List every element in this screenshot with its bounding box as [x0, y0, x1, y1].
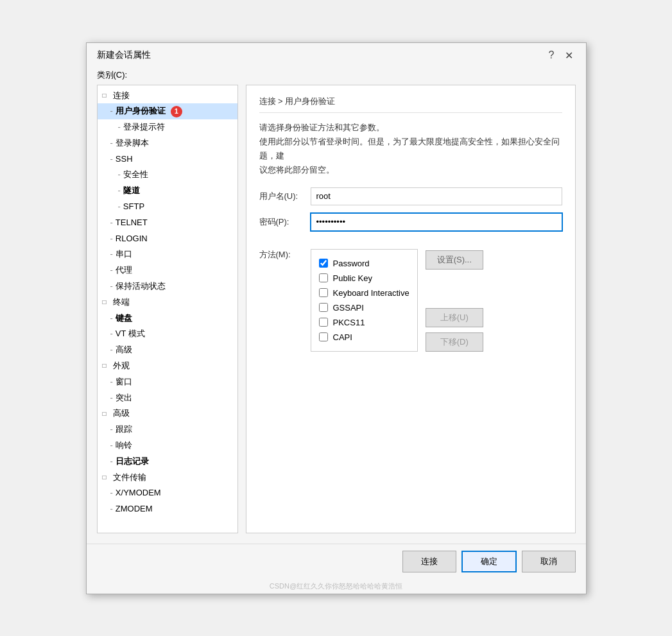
tree-dash: - — [110, 439, 113, 452]
method-item[interactable]: Public Key — [319, 271, 409, 286]
tree-dash: - — [118, 184, 121, 198]
tree-item-label: 保持活动状态 — [116, 280, 166, 293]
move-down-button[interactable]: 下移(D) — [426, 332, 483, 352]
tree-item[interactable]: □文件传输 — [98, 470, 237, 486]
expand-icon[interactable]: □ — [103, 472, 110, 483]
method-checkbox[interactable] — [319, 332, 328, 341]
method-checkbox[interactable] — [319, 318, 328, 327]
tree-item[interactable]: - VT 模式 — [98, 326, 237, 342]
tree-item[interactable]: - 登录提示符 — [98, 119, 237, 135]
desc-line2: 使用此部分以节省登录时间。但是，为了最大限度地提高安全性，如果担心安全问题，建 — [259, 135, 562, 163]
tree-item-label: 登录脚本 — [116, 137, 149, 150]
move-up-button[interactable]: 上移(U) — [426, 308, 483, 327]
method-item-label: Password — [333, 259, 370, 268]
tree-dash: - — [110, 248, 113, 261]
password-row: 密码(P): — [259, 213, 562, 231]
tree-item[interactable]: - TELNET — [98, 215, 237, 231]
tree-item[interactable]: - 跟踪 — [98, 422, 237, 438]
connect-button[interactable]: 连接 — [402, 551, 456, 572]
tree-item[interactable]: - 保持活动状态 — [98, 279, 237, 295]
tree-dash: - — [110, 486, 113, 500]
help-button[interactable]: ? — [546, 49, 557, 61]
close-button[interactable]: ✕ — [562, 49, 576, 62]
tree-item-label: 响铃 — [116, 439, 132, 452]
method-item[interactable]: PKCS11 — [319, 315, 409, 330]
expand-icon[interactable]: □ — [103, 297, 110, 307]
badge: 1 — [171, 106, 182, 117]
description: 请选择身份验证方法和其它参数。 使用此部分以节省登录时间。但是，为了最大限度地提… — [259, 121, 562, 177]
tree-item[interactable]: □外观 — [98, 358, 237, 374]
title-bar: 新建会话属性 ? ✕ — [87, 43, 586, 65]
method-checkbox[interactable] — [319, 303, 328, 312]
tree-dash: - — [110, 153, 113, 166]
tree-item[interactable]: - 隧道 — [98, 183, 237, 199]
tree-item[interactable]: - 键盘 — [98, 311, 237, 327]
tree-item[interactable]: - 响铃 — [98, 438, 237, 454]
tree-dash: - — [110, 264, 113, 277]
tree-item-label: 用户身份验证 — [116, 105, 166, 118]
method-item[interactable]: Password — [319, 256, 409, 271]
method-row: 方法(M): PasswordPublic KeyKeyboard Intera… — [259, 244, 562, 352]
tree-item[interactable]: - 串口 — [98, 246, 237, 262]
method-section: PasswordPublic KeyKeyboard InteractiveGS… — [311, 249, 483, 352]
tree-item[interactable]: - 代理 — [98, 262, 237, 279]
method-item[interactable]: CAPI — [319, 330, 409, 345]
right-panel: 连接 > 用户身份验证 请选择身份验证方法和其它参数。 使用此部分以节省登录时间… — [246, 85, 576, 533]
tree-item[interactable]: □高级 — [98, 406, 237, 422]
tree-item[interactable]: - 用户身份验证1 — [98, 103, 237, 119]
ok-button[interactable]: 确定 — [461, 551, 517, 572]
tree-item-label: 串口 — [116, 248, 132, 261]
method-item[interactable]: GSSAPI — [319, 300, 409, 315]
tree-item-label: 跟踪 — [116, 423, 132, 436]
settings-button[interactable]: 设置(S)... — [426, 250, 483, 270]
main-dialog: 新建会话属性 ? ✕ 类别(C): □连接- 用户身份验证1- 登录提示符- 登… — [86, 42, 587, 594]
tree-item-label: 外观 — [113, 359, 130, 373]
expand-icon[interactable]: □ — [103, 90, 110, 101]
tree-item-label: X/YMODEM — [116, 486, 161, 500]
tree-item-label: 安全性 — [123, 168, 148, 182]
tree-item-label: RLOGIN — [116, 232, 148, 246]
tree-item[interactable]: - 安全性 — [98, 167, 237, 183]
tree-item[interactable]: - ZMODEM — [98, 501, 237, 517]
method-item-label: CAPI — [333, 332, 352, 342]
tree-dash: - — [110, 391, 113, 405]
tree-dash: - — [110, 503, 113, 516]
method-checkbox[interactable] — [319, 288, 328, 297]
cancel-button[interactable]: 取消 — [522, 551, 576, 572]
tree-item[interactable]: - X/YMODEM — [98, 485, 237, 501]
tree-dash: - — [110, 375, 113, 389]
method-checkbox[interactable] — [319, 259, 328, 268]
tree-item[interactable]: □连接 — [98, 88, 237, 104]
tree-item-label: TELNET — [116, 216, 148, 230]
method-item[interactable]: Keyboard Interactive — [319, 286, 409, 300]
tree-item-label: 代理 — [116, 264, 132, 277]
tree-item[interactable]: - SFTP — [98, 199, 237, 215]
tree-item[interactable]: - 窗口 — [98, 374, 237, 390]
tree-item[interactable]: - 高级 — [98, 342, 237, 358]
method-item-label: GSSAPI — [333, 303, 364, 313]
tree-item[interactable]: - SSH — [98, 151, 237, 168]
tree-item-label: 文件传输 — [113, 471, 146, 485]
tree-item-label: 窗口 — [116, 375, 132, 389]
method-checkbox[interactable] — [319, 273, 328, 282]
username-input[interactable] — [311, 187, 562, 205]
tree-item[interactable]: - 突出 — [98, 390, 237, 406]
dialog-title: 新建会话属性 — [97, 49, 151, 61]
tree-item[interactable]: □终端 — [98, 295, 237, 311]
tree-dash: - — [118, 168, 121, 182]
tree-item[interactable]: - RLOGIN — [98, 231, 237, 247]
category-label: 类别(C): — [87, 65, 586, 85]
dialog-footer: 连接 确定 取消 — [87, 544, 586, 579]
tree-dash: - — [110, 105, 113, 118]
dialog-body: □连接- 用户身份验证1- 登录提示符- 登录脚本- SSH- 安全性- 隧道-… — [87, 85, 586, 544]
expand-icon[interactable]: □ — [103, 361, 110, 371]
tree-item-label: SFTP — [123, 200, 144, 214]
tree-item[interactable]: - 登录脚本 — [98, 135, 237, 151]
desc-line1: 请选择身份验证方法和其它参数。 — [259, 121, 562, 135]
password-input[interactable] — [311, 213, 562, 231]
method-item-label: Keyboard Interactive — [333, 288, 409, 298]
title-controls: ? ✕ — [546, 49, 576, 62]
tree-item-label: 高级 — [116, 343, 132, 357]
expand-icon[interactable]: □ — [103, 409, 110, 419]
tree-item[interactable]: - 日志记录 — [98, 454, 237, 470]
